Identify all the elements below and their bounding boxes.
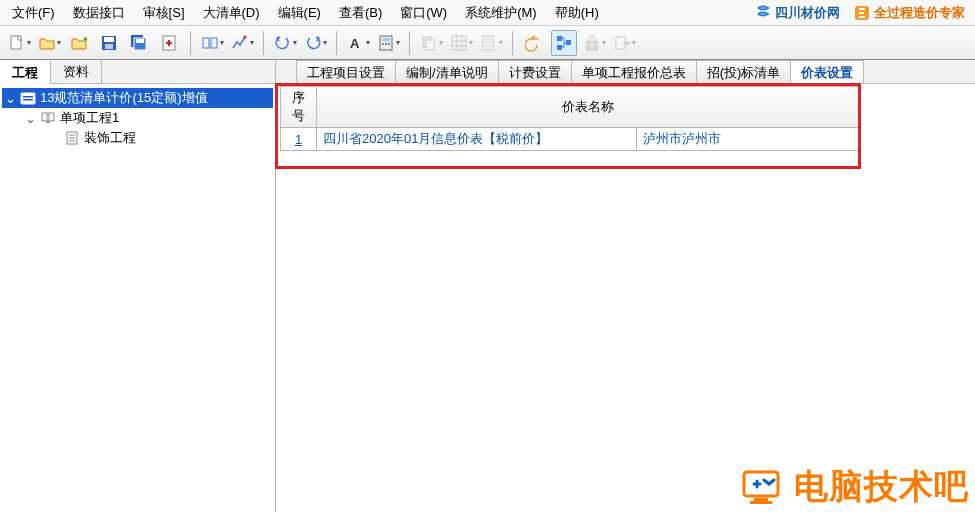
tab-fee-settings[interactable]: 计费设置 — [498, 60, 572, 83]
svg-rect-4 — [104, 37, 114, 42]
copy-button[interactable]: ▾ — [418, 30, 444, 56]
svg-point-18 — [388, 43, 390, 45]
right-panel: 工程项目设置 编制/清单说明 计费设置 单项工程报价总表 招(投)标清单 价表设… — [276, 60, 975, 512]
left-tabs: 工程 资料 — [0, 60, 275, 84]
svg-rect-8 — [136, 39, 144, 43]
left-panel: 工程 资料 ⌄ 13规范清单计价(15定额)增值 ⌄ 单项工程1 装饰工程 — [0, 60, 276, 512]
menu-file[interactable]: 文件(F) — [4, 2, 63, 24]
toolbar-separator — [190, 31, 191, 55]
tree-child1[interactable]: ⌄ 单项工程1 — [2, 108, 273, 128]
link-full-process-label: 全过程造价专家 — [874, 4, 965, 22]
cell-seq[interactable]: 1 — [281, 128, 317, 151]
svg-rect-22 — [483, 36, 493, 50]
menu-maintain[interactable]: 系统维护(M) — [457, 2, 545, 24]
watermark-icon — [740, 468, 788, 506]
chart-button[interactable]: ▾ — [229, 30, 255, 56]
redo-button[interactable]: ▾ — [302, 30, 328, 56]
svg-rect-28 — [21, 93, 35, 104]
calc-button[interactable]: ▾ — [375, 30, 401, 56]
tree-child2[interactable]: 装饰工程 — [2, 128, 273, 148]
toolbar-separator — [409, 31, 410, 55]
svg-rect-1 — [11, 36, 21, 49]
col-seq[interactable]: 序号 — [281, 87, 317, 128]
menu-help[interactable]: 帮助(H) — [547, 2, 607, 24]
doc-icon — [64, 131, 80, 145]
toolbar: ▾ ▾ ✶ ▾ ▾ ▾ ▾ A▾ ▾ ▾ ▾ ▾ ▾ ▾ — [0, 26, 975, 60]
menu-audit[interactable]: 审核[S] — [135, 2, 193, 24]
toolbar-separator — [512, 31, 513, 55]
project-icon — [20, 91, 36, 105]
tree-view-button[interactable] — [551, 30, 577, 56]
tab-bid-list[interactable]: 招(投)标清单 — [696, 60, 792, 83]
menu-window[interactable]: 窗口(W) — [392, 2, 455, 24]
svg-rect-33 — [754, 498, 768, 501]
svg-rect-21 — [452, 36, 466, 50]
svg-rect-15 — [382, 38, 390, 41]
compare-button[interactable]: ▾ — [199, 30, 225, 56]
svg-rect-25 — [566, 40, 571, 45]
save-button[interactable] — [96, 30, 122, 56]
svg-rect-24 — [557, 45, 562, 50]
font-button[interactable]: A▾ — [345, 30, 371, 56]
folder-new-button[interactable]: ✶ — [66, 30, 92, 56]
s-logo-icon — [755, 5, 771, 21]
svg-point-17 — [385, 43, 387, 45]
e-logo-icon — [854, 5, 870, 21]
tab-price-table[interactable]: 价表设置 — [790, 60, 864, 83]
project-tree[interactable]: ⌄ 13规范清单计价(15定额)增值 ⌄ 单项工程1 装饰工程 — [0, 84, 275, 512]
workspace: 工程 资料 ⌄ 13规范清单计价(15定额)增值 ⌄ 单项工程1 装饰工程 — [0, 60, 975, 512]
toolbar-separator — [336, 31, 337, 55]
grid-area: 序号 价表名称 1 四川省2020年01月信息价表【税前价】 泸州市泸州市 — [276, 84, 975, 512]
svg-point-16 — [382, 43, 384, 45]
log-button[interactable]: ▾ — [478, 30, 504, 56]
book-icon — [40, 111, 56, 125]
tree-root-label: 13规范清单计价(15定额)增值 — [40, 89, 208, 107]
lock-button[interactable]: ▾ — [581, 30, 607, 56]
cell-name[interactable]: 四川省2020年01月信息价表【税前价】 — [317, 128, 637, 151]
grid-button[interactable]: ▾ — [448, 30, 474, 56]
price-table-grid[interactable]: 序号 价表名称 1 四川省2020年01月信息价表【税前价】 泸州市泸州市 — [280, 86, 860, 151]
tree-root[interactable]: ⌄ 13规范清单计价(15定额)增值 — [2, 88, 273, 108]
svg-rect-29 — [23, 96, 33, 98]
svg-point-12 — [243, 35, 246, 38]
tab-single-quote[interactable]: 单项工程报价总表 — [571, 60, 697, 83]
new-file-button[interactable]: ▾ — [6, 30, 32, 56]
link-full-process[interactable]: 全过程造价专家 — [848, 2, 971, 24]
menu-edit[interactable]: 编辑(E) — [270, 2, 329, 24]
svg-text:A: A — [350, 36, 360, 51]
export-button[interactable]: ▾ — [611, 30, 637, 56]
svg-rect-11 — [211, 38, 217, 48]
tab-project-settings[interactable]: 工程项目设置 — [296, 60, 396, 83]
menu-view[interactable]: 查看(B) — [331, 2, 390, 24]
cell-loc[interactable]: 泸州市泸州市 — [637, 128, 860, 151]
collapse-icon[interactable]: ⌄ — [4, 91, 16, 106]
watermark: 电脑技术吧 — [740, 464, 969, 510]
svg-rect-20 — [426, 40, 434, 50]
tree-child1-label: 单项工程1 — [60, 109, 119, 127]
open-file-button[interactable]: ▾ — [36, 30, 62, 56]
tab-compile-desc[interactable]: 编制/清单说明 — [395, 60, 499, 83]
attach-button[interactable] — [156, 30, 182, 56]
table-row[interactable]: 1 四川省2020年01月信息价表【税前价】 泸州市泸州市 — [281, 128, 860, 151]
undo-button[interactable]: ▾ — [272, 30, 298, 56]
back-button[interactable] — [521, 30, 547, 56]
right-tabs: 工程项目设置 编制/清单说明 计费设置 单项工程报价总表 招(投)标清单 价表设… — [276, 60, 975, 84]
collapse-icon[interactable]: ⌄ — [24, 111, 36, 126]
tab-project[interactable]: 工程 — [0, 61, 51, 84]
link-price-net-label: 四川材价网 — [775, 4, 840, 22]
link-price-net[interactable]: 四川材价网 — [749, 2, 846, 24]
save-all-button[interactable] — [126, 30, 152, 56]
menu-big-list[interactable]: 大清单(D) — [195, 2, 268, 24]
svg-rect-34 — [750, 501, 772, 504]
menu-data-interface[interactable]: 数据接口 — [65, 2, 133, 24]
tree-child2-label: 装饰工程 — [84, 129, 136, 147]
col-name[interactable]: 价表名称 — [317, 87, 860, 128]
svg-rect-26 — [587, 42, 597, 50]
svg-rect-10 — [203, 38, 209, 48]
menu-bar: 文件(F) 数据接口 审核[S] 大清单(D) 编辑(E) 查看(B) 窗口(W… — [0, 0, 975, 26]
svg-rect-5 — [105, 44, 113, 49]
svg-rect-30 — [23, 99, 33, 101]
table-header-row: 序号 价表名称 — [281, 87, 860, 128]
tab-material[interactable]: 资料 — [51, 60, 102, 83]
svg-rect-23 — [557, 36, 562, 41]
